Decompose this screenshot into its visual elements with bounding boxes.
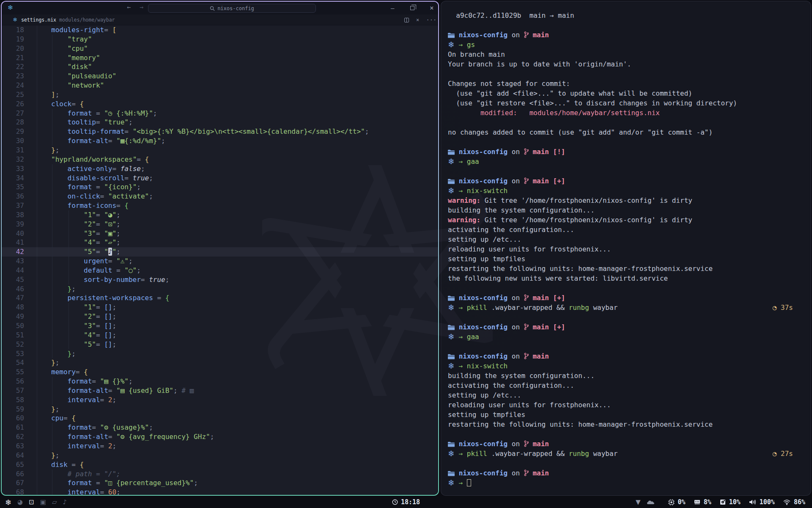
code-line-24[interactable]: 24"network" bbox=[2, 81, 438, 90]
code-line-20[interactable]: 20"cpu" bbox=[2, 44, 438, 53]
code-text: urgent= "⚠"; bbox=[84, 257, 133, 266]
code-editor-area[interactable]: 18modules-right= [19"tray"20"cpu"21"memo… bbox=[2, 25, 438, 495]
code-line-28[interactable]: 28tooltip= "true"; bbox=[2, 118, 438, 127]
code-line-23[interactable]: 23"pulseaudio" bbox=[2, 72, 438, 81]
indent-guide bbox=[52, 53, 52, 63]
code-line-32[interactable]: 32"hyprland/workspaces"= { bbox=[2, 155, 438, 164]
tab-filename[interactable]: settings.nix bbox=[21, 17, 56, 23]
code-text: "5"= "♪"; bbox=[84, 247, 121, 257]
code-line-56[interactable]: 56format= "▤ {}%"; bbox=[2, 377, 438, 386]
code-line-27[interactable]: 27format = "◷ {:%H:%M}"; bbox=[2, 109, 438, 118]
code-line-37[interactable]: 37format-icons= { bbox=[2, 201, 438, 210]
nix-prompt-icon: ❄ bbox=[448, 303, 455, 312]
terminal-line: nixos-config on main bbox=[448, 351, 799, 361]
code-line-68[interactable]: 68interval= 60; bbox=[2, 488, 438, 495]
code-line-51[interactable]: 51"4"= []; bbox=[2, 331, 438, 340]
clock-module[interactable]: 18:18 bbox=[0, 498, 812, 506]
indent-guide bbox=[69, 312, 69, 321]
code-line-65[interactable]: 65disk = { bbox=[2, 460, 438, 469]
code-line-42[interactable]: 42"5"= "♪"; bbox=[2, 247, 438, 257]
code-line-18[interactable]: 18modules-right= [ bbox=[2, 25, 438, 35]
code-text: on-click= "activate"; bbox=[68, 192, 153, 201]
code-line-31[interactable]: 31}; bbox=[2, 146, 438, 155]
code-line-41[interactable]: 41"4"= "▱"; bbox=[2, 238, 438, 247]
maximize-button[interactable] bbox=[410, 6, 414, 10]
code-line-25[interactable]: 25]; bbox=[2, 90, 438, 99]
code-line-38[interactable]: 38"1"= "◕"; bbox=[2, 210, 438, 220]
line-number: 36 bbox=[2, 192, 24, 201]
more-options-icon[interactable]: ··· bbox=[426, 17, 437, 23]
code-line-63[interactable]: 63interval= 2; bbox=[2, 442, 438, 451]
code-line-46[interactable]: 46}; bbox=[2, 284, 438, 294]
code-line-19[interactable]: 19"tray" bbox=[2, 35, 438, 44]
close-window-button[interactable]: × bbox=[430, 4, 434, 12]
code-line-22[interactable]: 22"disk" bbox=[2, 62, 438, 72]
code-text: format= "⚙ {usage}%"; bbox=[68, 423, 153, 432]
close-tab-icon[interactable]: × bbox=[416, 17, 419, 23]
code-line-54[interactable]: 54}; bbox=[2, 358, 438, 367]
code-text: # path = "/"; bbox=[68, 469, 121, 479]
line-number: 30 bbox=[2, 136, 24, 146]
code-line-44[interactable]: 44default = "○"; bbox=[2, 266, 438, 275]
forward-arrow-icon[interactable]: → bbox=[140, 3, 143, 11]
code-text: }; bbox=[51, 405, 59, 414]
code-line-33[interactable]: 33active-only= false; bbox=[2, 164, 438, 174]
code-line-48[interactable]: 48"1"= []; bbox=[2, 303, 438, 312]
terminal-line: ❄ → nix-switch bbox=[448, 186, 799, 196]
git-branch-icon bbox=[524, 294, 529, 301]
code-line-55[interactable]: 55memory= { bbox=[2, 367, 438, 377]
indent-guide bbox=[52, 293, 52, 303]
code-line-35[interactable]: 35format = "{icon}"; bbox=[2, 182, 438, 192]
code-line-36[interactable]: 36on-click= "activate"; bbox=[2, 192, 438, 201]
indent-guide bbox=[52, 164, 52, 174]
code-line-59[interactable]: 59}; bbox=[2, 405, 438, 414]
code-text: "1"= "◕"; bbox=[84, 210, 121, 220]
code-line-43[interactable]: 43urgent= "⚠"; bbox=[2, 257, 438, 266]
code-text: "cpu" bbox=[68, 44, 88, 53]
code-line-21[interactable]: 21"memory" bbox=[2, 53, 438, 63]
code-line-26[interactable]: 26clock= { bbox=[2, 99, 438, 109]
code-line-29[interactable]: 29tooltip-format= "<big>{:%Y %B}</big>\n… bbox=[2, 127, 438, 136]
code-line-30[interactable]: 30format-alt= "▦{:%d/%m}"; bbox=[2, 136, 438, 146]
code-line-47[interactable]: 47persistent-workspaces = { bbox=[2, 293, 438, 303]
code-line-39[interactable]: 39"2"= "⊡"; bbox=[2, 220, 438, 229]
project-search-input[interactable]: nixos-config bbox=[148, 4, 316, 13]
code-text: ]; bbox=[51, 90, 59, 99]
folder-icon bbox=[448, 33, 455, 38]
code-line-57[interactable]: 57format-alt= "▤ {used} GiB"; # ▥ bbox=[2, 386, 438, 395]
line-number: 42 bbox=[2, 247, 24, 257]
terminal-cursor bbox=[467, 479, 471, 486]
code-line-52[interactable]: 52"5"= []; bbox=[2, 340, 438, 349]
back-arrow-icon[interactable]: ← bbox=[127, 3, 131, 11]
code-line-45[interactable]: 45sort-by-number= true; bbox=[2, 275, 438, 284]
code-line-53[interactable]: 53}; bbox=[2, 349, 438, 359]
indent-guide bbox=[52, 182, 52, 192]
code-line-66[interactable]: 66# path = "/"; bbox=[2, 469, 438, 479]
split-pane-icon[interactable] bbox=[404, 18, 409, 22]
indent-guide bbox=[52, 284, 52, 294]
code-line-62[interactable]: 62format-alt= "⚙ {avg_frequency} GHz"; bbox=[2, 432, 438, 442]
code-line-50[interactable]: 50"3"= []; bbox=[2, 321, 438, 331]
line-number: 56 bbox=[2, 377, 24, 386]
git-branch-icon bbox=[524, 469, 529, 476]
indent-guide bbox=[52, 340, 52, 349]
indent-guide bbox=[52, 432, 52, 442]
code-line-64[interactable]: 64}; bbox=[2, 451, 438, 460]
code-line-40[interactable]: 40"3"= "▣"; bbox=[2, 229, 438, 238]
code-line-49[interactable]: 49"2"= []; bbox=[2, 312, 438, 321]
line-number: 24 bbox=[2, 81, 24, 90]
code-line-60[interactable]: 60cpu= { bbox=[2, 414, 438, 423]
indent-guide bbox=[52, 238, 52, 247]
code-line-34[interactable]: 34disable-scroll= true; bbox=[2, 174, 438, 183]
terminal-line bbox=[448, 20, 799, 30]
code-line-61[interactable]: 61format= "⚙ {usage}%"; bbox=[2, 423, 438, 432]
terminal-line bbox=[448, 166, 799, 176]
code-line-67[interactable]: 67format = "◫ {percentage_used}%"; bbox=[2, 478, 438, 488]
code-line-58[interactable]: 58interval= 2; bbox=[2, 395, 438, 405]
terminal-line: modified: modules/home/waybar/settings.n… bbox=[448, 108, 799, 118]
code-text: interval= 60; bbox=[68, 488, 121, 495]
terminal-window[interactable]: a9c0c72..d11029b main → main nixos-confi… bbox=[441, 1, 811, 496]
line-number: 41 bbox=[2, 238, 24, 247]
terminal-line: nixos-config on main bbox=[448, 439, 799, 449]
minimize-button[interactable]: – bbox=[391, 5, 394, 11]
